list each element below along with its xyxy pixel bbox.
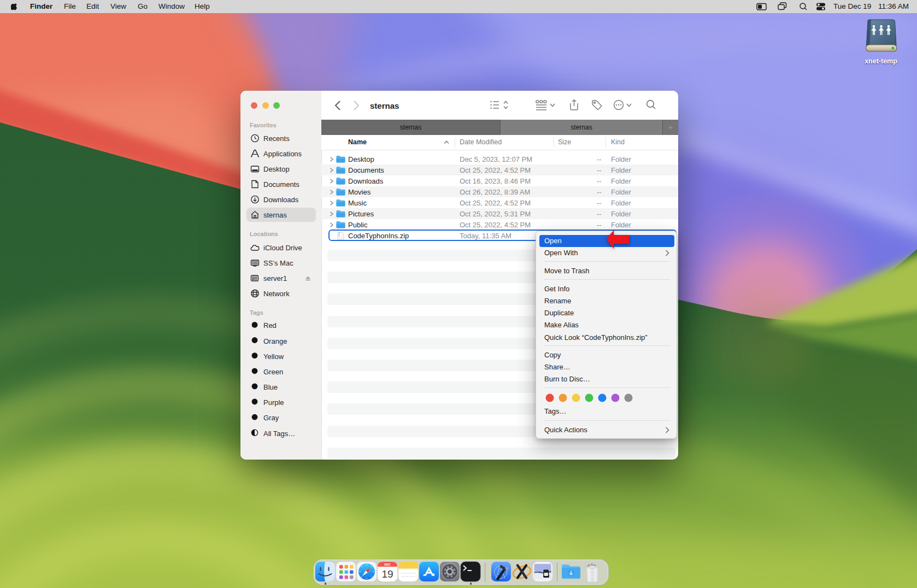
svg-text:19: 19 (381, 568, 393, 580)
svg-text:DEC: DEC (384, 563, 391, 566)
